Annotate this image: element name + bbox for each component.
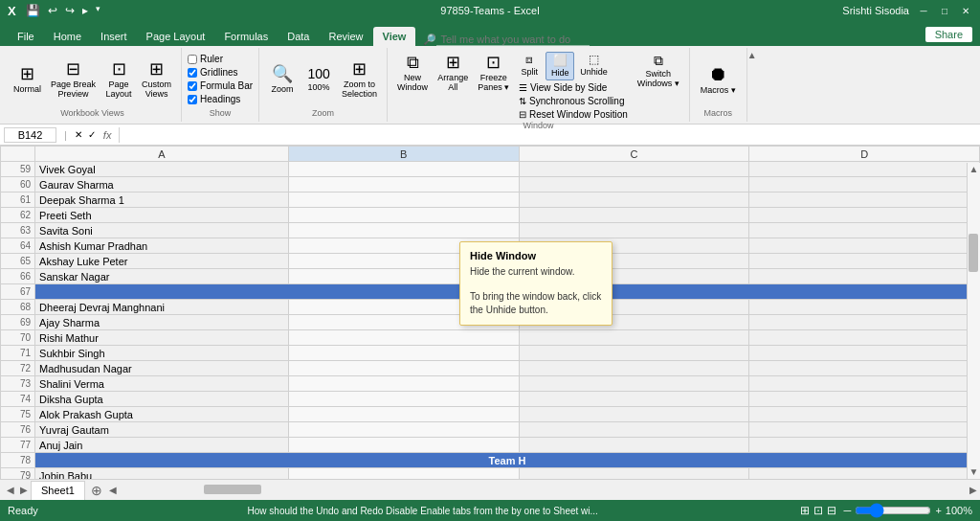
cell-a78[interactable]: Team H (35, 453, 980, 468)
sheet-scroll-left[interactable]: ◀ (4, 484, 17, 497)
cell-a74[interactable]: Diksha Gupta (35, 392, 289, 407)
expand-icon[interactable]: ✕ (75, 129, 82, 140)
more-icon[interactable]: ▾ (94, 4, 102, 17)
normal-view-button[interactable]: ⊞ Normal (10, 63, 45, 96)
cell-a64[interactable]: Ashish Kumar Pradhan (35, 238, 289, 254)
sheet-scroll-right[interactable]: ▶ (17, 484, 31, 497)
cell-b60[interactable] (288, 177, 519, 193)
formula-input[interactable] (123, 129, 976, 141)
h-scroll-left[interactable]: ◀ (106, 484, 120, 497)
cell-c76[interactable] (519, 422, 749, 438)
cell-d74[interactable] (749, 392, 980, 407)
cell-b76[interactable] (288, 422, 519, 438)
cell-c63[interactable] (519, 223, 749, 238)
headings-checkbox[interactable] (188, 95, 197, 104)
macros-button[interactable]: ⏺ Macros ▾ (697, 62, 740, 97)
cell-d73[interactable] (749, 376, 980, 392)
tab-data[interactable]: Data (278, 27, 319, 46)
close-button[interactable]: ✕ (959, 4, 972, 17)
cell-a77[interactable]: Anuj Jain (35, 438, 289, 453)
freeze-panes-button[interactable]: ⊡ FreezePanes ▾ (474, 52, 513, 94)
check-icon[interactable]: ✓ (88, 129, 96, 140)
zoom-in-icon[interactable]: + (935, 505, 941, 516)
play-icon[interactable]: ▸ (80, 4, 90, 17)
horizontal-scrollbar[interactable]: ◀ ▶ (106, 484, 980, 497)
cell-b73[interactable] (288, 376, 519, 392)
cell-a59[interactable]: Vivek Goyal (35, 162, 289, 177)
cell-c79[interactable] (519, 468, 749, 480)
col-header-a[interactable]: A (35, 147, 289, 162)
gridlines-check[interactable]: Gridlines (188, 67, 253, 78)
cell-b75[interactable] (288, 407, 519, 422)
cell-b72[interactable] (288, 361, 519, 376)
cell-c61[interactable] (519, 193, 749, 208)
vertical-scrollbar[interactable]: ▲ ▼ (967, 163, 980, 479)
cell-a71[interactable]: Sukhbir Singh (35, 346, 289, 361)
normal-view-btn[interactable]: ⊞ (800, 504, 810, 517)
cell-c74[interactable] (519, 392, 749, 407)
page-layout-btn[interactable]: ⊡ (813, 504, 823, 517)
cell-b62[interactable] (288, 208, 519, 223)
cell-b70[interactable] (288, 330, 519, 346)
hide-button[interactable]: ⬜ Hide (546, 52, 574, 80)
cell-a75[interactable]: Alok Prakash Gupta (35, 407, 289, 422)
cell-a63[interactable]: Savita Soni (35, 223, 289, 238)
cell-a62[interactable]: Preeti Seth (35, 208, 289, 223)
cell-c73[interactable] (519, 376, 749, 392)
share-button[interactable]: Share (925, 27, 972, 42)
cell-b59[interactable] (288, 162, 519, 177)
redo-icon[interactable]: ↪ (63, 4, 77, 17)
cell-c62[interactable] (519, 208, 749, 223)
scroll-up-arrow[interactable]: ▲ (968, 163, 981, 176)
cell-d70[interactable] (749, 330, 980, 346)
add-sheet-button[interactable]: ⊕ (87, 483, 106, 498)
unhide-button[interactable]: ⬚ Unhide (576, 52, 612, 80)
cell-d79[interactable] (749, 468, 980, 480)
tab-view[interactable]: View (373, 27, 416, 46)
synchronous-scroll-button[interactable]: ⇅ Synchronous Scrolling (515, 95, 632, 107)
cell-c70[interactable] (519, 330, 749, 346)
scroll-down-arrow[interactable]: ▼ (968, 465, 981, 479)
view-side-by-side-button[interactable]: ☰ View Side by Side (515, 81, 632, 94)
switch-windows-button[interactable]: ⧉ SwitchWindows ▾ (634, 52, 683, 90)
tab-home[interactable]: Home (44, 27, 91, 46)
formula-bar-checkbox[interactable] (188, 81, 197, 91)
cell-d77[interactable] (749, 438, 980, 453)
cell-c77[interactable] (519, 438, 749, 453)
ruler-checkbox[interactable] (188, 55, 197, 64)
restore-button[interactable]: □ (938, 4, 951, 17)
cell-d68[interactable] (749, 300, 980, 315)
cell-d62[interactable] (749, 208, 980, 223)
zoom-slider[interactable] (855, 503, 931, 518)
cell-d66[interactable] (749, 269, 980, 284)
cell-c60[interactable] (519, 177, 749, 193)
split-button[interactable]: ⧈ Split (515, 52, 544, 80)
cell-d75[interactable] (749, 407, 980, 422)
cell-d60[interactable] (749, 177, 980, 193)
cell-d69[interactable] (749, 315, 980, 330)
scroll-thumb[interactable] (969, 234, 978, 272)
cell-a76[interactable]: Yuvraj Gautam (35, 422, 289, 438)
cell-c72[interactable] (519, 361, 749, 376)
tab-review[interactable]: Review (319, 27, 372, 46)
tab-page-layout[interactable]: Page Layout (137, 27, 215, 46)
sheet-tab-sheet1[interactable]: Sheet1 (31, 481, 85, 500)
cell-d71[interactable] (749, 346, 980, 361)
cell-d59[interactable] (749, 162, 980, 177)
tab-insert[interactable]: Insert (91, 27, 137, 46)
cell-a60[interactable]: Gaurav Sharma (35, 177, 289, 193)
cell-a70[interactable]: Rishi Mathur (35, 330, 289, 346)
ribbon-collapse[interactable]: ▲ (747, 48, 757, 122)
cell-a72[interactable]: Madhusudan Nagar (35, 361, 289, 376)
new-window-button[interactable]: ⧉ NewWindow (393, 52, 432, 94)
cell-b79[interactable] (288, 468, 519, 480)
headings-check[interactable]: Headings (188, 94, 253, 104)
cell-d63[interactable] (749, 223, 980, 238)
col-header-d[interactable]: D (749, 147, 980, 162)
cell-c71[interactable] (519, 346, 749, 361)
minimize-button[interactable]: ─ (917, 4, 930, 17)
search-input[interactable] (436, 34, 590, 46)
page-layout-button[interactable]: ⊡ PageLayout (101, 58, 136, 101)
cell-a68[interactable]: Dheeraj Devraj Manghnani (35, 300, 289, 315)
h-scroll-right[interactable]: ▶ (967, 484, 980, 497)
